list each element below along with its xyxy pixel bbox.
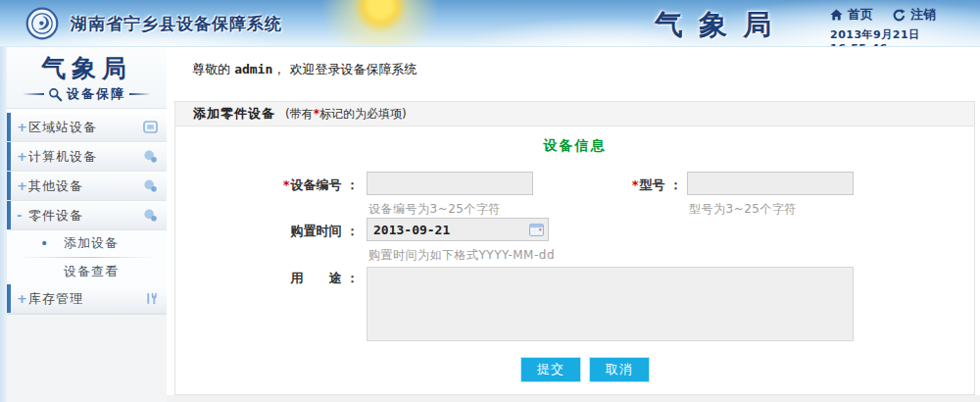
device-info-section-title: 设备信息 <box>175 137 974 155</box>
purchase-date-hint: 购置时间为如下格式YYYY-MM-dd <box>368 247 555 264</box>
comment-icon <box>143 209 158 222</box>
sidebar-item-computer-equipment[interactable]: + 计算机设备 <box>7 142 167 172</box>
purchase-date-input[interactable] <box>367 218 549 241</box>
sidebar-item-inventory-management[interactable]: + 库存管理 <box>7 284 167 314</box>
brand-rule-left <box>23 93 44 95</box>
usage-textarea[interactable] <box>367 267 854 341</box>
header-right: 首页 注销 2013年9月21日 16:55:46 <box>830 6 980 47</box>
required-asterisk: * <box>283 177 290 192</box>
sidebar-item-label: 库存管理 <box>28 290 83 308</box>
purchase-date-field <box>367 218 549 241</box>
panel-body: 设备信息 *设备编号 ： 设备编号为3~25个字符 *型号 ： 型号为3~25个… <box>175 126 974 394</box>
comment-icon <box>143 150 158 163</box>
logout-link[interactable]: 注销 <box>910 6 936 24</box>
greeting-username: admin <box>234 62 272 76</box>
submenu-item-label: 添加设备 <box>64 235 119 250</box>
panel-title: 添加零件设备 <box>193 105 275 123</box>
comment-icon <box>143 179 158 192</box>
device-no-hint: 设备编号为3~25个字符 <box>368 201 501 218</box>
submenu-item-label: 设备查看 <box>64 264 119 278</box>
home-icon <box>830 9 843 21</box>
accent-bar <box>7 172 11 200</box>
sidebar-item-label: 零件设备 <box>28 207 83 225</box>
home-link[interactable]: 首页 <box>848 6 873 24</box>
sidebar-brand: 气象局 设备保障 <box>7 47 167 108</box>
left-edge-strip <box>0 47 7 402</box>
model-label: *型号 ： <box>558 176 682 194</box>
greeting-suffix: ， 欢迎登录设备保障系统 <box>272 62 416 76</box>
system-title: 湖南省宁乡县设备保障系统 <box>71 13 282 35</box>
device-no-label: *设备编号 ： <box>234 176 359 194</box>
parts-equipment-submenu: • 添加设备 设备查看 <box>7 230 167 284</box>
main-content: 尊敬的 admin， 欢迎登录设备保障系统 添加零件设备 (带有*标记的为必填项… <box>167 47 980 402</box>
expand-plus-icon[interactable]: + <box>17 149 28 164</box>
accent-bar <box>7 201 11 229</box>
sidebar-brand-subtitle: 设备保障 <box>67 85 125 103</box>
required-asterisk: * <box>632 177 639 192</box>
expand-plus-icon[interactable]: + <box>17 291 28 306</box>
sidebar-item-regional-station-equipment[interactable]: + 区域站设备 <box>7 113 167 142</box>
add-parts-equipment-panel: 添加零件设备 (带有*标记的为必填项) 设备信息 *设备编号 ： 设备编号为3~… <box>174 101 975 395</box>
purchase-date-label: 购置时间 ： <box>234 223 359 240</box>
expand-plus-icon[interactable]: + <box>17 120 28 134</box>
model-hint: 型号为3~25个字符 <box>689 201 797 218</box>
sidebar-menu: + 区域站设备 + 计算机设备 + 其他 <box>7 108 167 315</box>
accent-bar <box>7 142 11 171</box>
collapse-minus-icon[interactable]: - <box>17 208 28 223</box>
submenu-item-add-equipment[interactable]: • 添加设备 <box>7 230 167 256</box>
accent-bar <box>7 284 11 313</box>
active-bullet-icon: • <box>40 230 49 256</box>
tools-icon <box>145 292 158 305</box>
current-datetime: 2013年9月21日 16:55:46 <box>830 27 980 47</box>
submenu-divider <box>19 257 155 258</box>
logout-refresh-icon <box>893 9 906 22</box>
usage-label: 用 途 ： <box>234 270 359 287</box>
sidebar-item-label: 其他设备 <box>28 177 83 195</box>
submenu-item-view-equipment[interactable]: 设备查看 <box>7 259 167 284</box>
required-fields-note: (带有*标记的为必填项) <box>285 106 407 123</box>
sidebar-item-parts-equipment[interactable]: - 零件设备 <box>7 201 167 230</box>
calendar-icon[interactable] <box>529 223 544 236</box>
brand-rule-right <box>129 93 151 95</box>
greeting-prefix: 尊敬的 <box>192 62 234 76</box>
sidebar: 气象局 设备保障 + 区域站设备 <box>7 47 167 402</box>
top-banner: 湖南省宁乡县设备保障系统 气象局 首页 注销 2013年9月21日 16:55:… <box>0 0 980 47</box>
sidebar-brand-title: 气象局 <box>7 52 167 84</box>
bureau-title: 气象局 <box>655 6 787 45</box>
cancel-button[interactable]: 取消 <box>590 358 649 381</box>
page: 湖南省宁乡县设备保障系统 气象局 首页 注销 2013年9月21日 16:55:… <box>0 0 980 402</box>
sidebar-item-label: 计算机设备 <box>28 148 97 166</box>
device-no-input[interactable] <box>367 172 533 195</box>
monitor-icon <box>143 121 158 133</box>
magnifier-icon <box>48 87 63 102</box>
sidebar-item-label: 区域站设备 <box>28 119 97 136</box>
panel-header: 添加零件设备 (带有*标记的为必填项) <box>175 102 974 126</box>
welcome-message: 尊敬的 admin， 欢迎登录设备保障系统 <box>167 47 980 78</box>
agency-seal-logo <box>25 7 59 44</box>
submit-button[interactable]: 提交 <box>521 358 580 381</box>
expand-plus-icon[interactable]: + <box>17 178 28 193</box>
accent-bar <box>7 113 11 141</box>
footer-strip <box>167 395 980 402</box>
sidebar-item-other-equipment[interactable]: + 其他设备 <box>7 172 167 201</box>
model-input[interactable] <box>687 172 854 195</box>
